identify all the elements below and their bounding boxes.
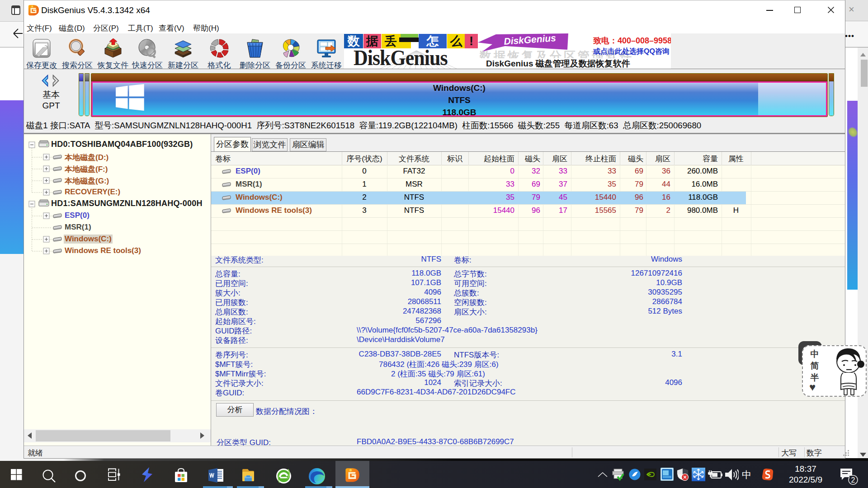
svg-text:2: 2 (851, 476, 855, 484)
